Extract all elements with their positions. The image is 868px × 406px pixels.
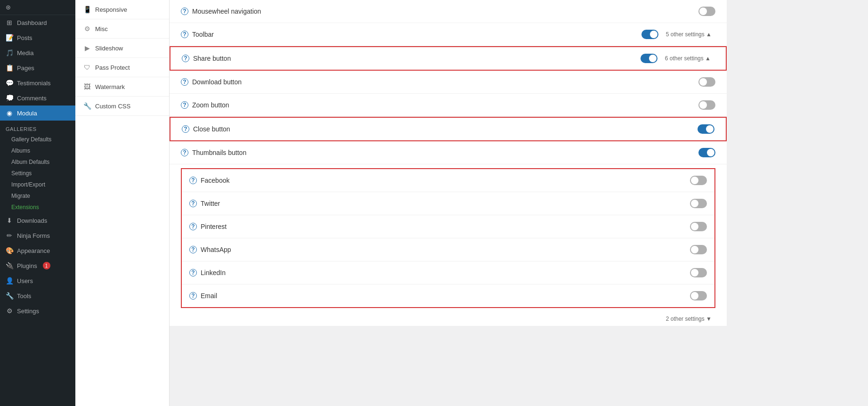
setting-row-mousewheel: ? Mousewheel navigation bbox=[170, 0, 727, 23]
sec-sidebar-item-responsive[interactable]: 📱 Responsive bbox=[75, 0, 169, 19]
sidebar-item-tools[interactable]: 🔧 Tools bbox=[0, 288, 75, 303]
setting-right-close bbox=[698, 124, 714, 134]
sidebar-item-label: Posts bbox=[17, 34, 32, 41]
sec-sidebar-label: Responsive bbox=[95, 6, 127, 13]
pages-icon: 📋 bbox=[6, 64, 13, 72]
setting-label-mousewheel: Mousewheel navigation bbox=[192, 8, 698, 15]
testimonials-icon: 💬 bbox=[6, 79, 13, 87]
sidebar-item-posts[interactable]: 📝 Posts bbox=[0, 30, 75, 45]
sidebar-bottom-nav: ⬇ Downloads ✏ Ninja Forms 🎨 Appearance 🔌… bbox=[0, 213, 75, 318]
settings-panel: ? Mousewheel navigation ? Toolbar 5 othe… bbox=[170, 0, 727, 326]
sidebar-item-testimonials[interactable]: 💬 Testimonials bbox=[0, 75, 75, 90]
setting-right-thumbnails bbox=[698, 148, 715, 157]
custom-css-icon: 🔧 bbox=[83, 102, 91, 110]
toggle-facebook[interactable] bbox=[690, 176, 707, 185]
toggle-whatsapp[interactable] bbox=[690, 245, 707, 254]
users-icon: 👤 bbox=[6, 277, 13, 284]
appearance-icon: 🎨 bbox=[6, 247, 13, 254]
sidebar-item-dashboard[interactable]: ⊞ Dashboard bbox=[0, 15, 75, 30]
other-settings-share-sub[interactable]: 2 other settings ▼ bbox=[666, 316, 712, 322]
sidebar-item-comments[interactable]: 💭 Comments bbox=[0, 90, 75, 106]
sec-sidebar-item-misc[interactable]: ⚙ Misc bbox=[75, 19, 169, 39]
sidebar-item-label: Testimonials bbox=[17, 80, 51, 87]
setting-row-pinterest: ? Pinterest bbox=[182, 215, 714, 238]
sidebar-item-album-defaults[interactable]: Album Defaults bbox=[0, 156, 75, 168]
sidebar-item-gallery-defaults[interactable]: Gallery Defaults bbox=[0, 134, 75, 145]
sidebar-item-label: Appearance bbox=[17, 247, 50, 254]
help-icon-zoom[interactable]: ? bbox=[181, 101, 188, 109]
toggle-pinterest[interactable] bbox=[690, 222, 707, 231]
sidebar-item-label: Tools bbox=[17, 292, 31, 300]
help-icon-facebook[interactable]: ? bbox=[189, 177, 197, 184]
sidebar-item-media[interactable]: 🎵 Media bbox=[0, 45, 75, 60]
sidebar-item-plugins[interactable]: 🔌 Plugins 1 bbox=[0, 258, 75, 273]
sec-sidebar-item-watermark[interactable]: 🖼 Watermark bbox=[75, 77, 169, 97]
help-icon-toolbar[interactable]: ? bbox=[181, 31, 188, 38]
sidebar-item-modula[interactable]: ◉ Modula bbox=[0, 106, 75, 121]
toggle-thumbnails-button[interactable] bbox=[698, 148, 715, 157]
main-content: 📱 Responsive ⚙ Misc ▶ Slideshow 🛡 Pass P… bbox=[75, 0, 868, 406]
downloads-icon: ⬇ bbox=[6, 217, 13, 224]
sidebar-item-migrate[interactable]: Migrate bbox=[0, 190, 75, 202]
toggle-share-button[interactable] bbox=[641, 54, 657, 63]
sidebar-item-downloads[interactable]: ⬇ Downloads bbox=[0, 213, 75, 228]
secondary-sidebar: 📱 Responsive ⚙ Misc ▶ Slideshow 🛡 Pass P… bbox=[75, 0, 170, 406]
other-settings-toolbar[interactable]: 5 other settings ▲ bbox=[666, 31, 712, 38]
help-icon-close[interactable]: ? bbox=[182, 125, 189, 133]
sidebar-item-albums[interactable]: Albums bbox=[0, 145, 75, 156]
toggle-linkedin[interactable] bbox=[690, 268, 707, 277]
setting-row-linkedin: ? LinkedIn bbox=[182, 261, 714, 284]
sidebar-item-label: Settings bbox=[17, 308, 39, 315]
help-icon-email[interactable]: ? bbox=[189, 292, 197, 300]
other-settings-share[interactable]: 6 other settings ▲ bbox=[665, 55, 711, 62]
sidebar-item-label: Modula bbox=[17, 110, 37, 117]
sidebar-item-users[interactable]: 👤 Users bbox=[0, 273, 75, 288]
sidebar-item-pages[interactable]: 📋 Pages bbox=[0, 60, 75, 75]
setting-row-facebook: ? Facebook bbox=[182, 169, 714, 192]
help-icon-linkedin[interactable]: ? bbox=[189, 269, 197, 276]
sidebar-item-settings-bottom[interactable]: ⚙ Settings bbox=[0, 303, 75, 318]
help-icon-share[interactable]: ? bbox=[182, 55, 189, 62]
help-icon-pinterest[interactable]: ? bbox=[189, 223, 197, 230]
comments-icon: 💭 bbox=[6, 94, 13, 102]
help-icon-mousewheel[interactable]: ? bbox=[181, 8, 188, 15]
sidebar-item-label: Comments bbox=[17, 95, 47, 102]
setting-label-thumbnails: Thumbnails button bbox=[192, 149, 698, 156]
share-sub-section: ? Facebook ? Twitter ? Pinterest bbox=[181, 168, 715, 308]
sidebar-item-settings[interactable]: Settings bbox=[0, 168, 75, 179]
modula-icon: ◉ bbox=[6, 109, 13, 117]
toggle-close-button[interactable] bbox=[698, 124, 714, 134]
sidebar-item-label: Downloads bbox=[17, 217, 47, 224]
toggle-download-button[interactable] bbox=[698, 77, 715, 87]
setting-label-twitter: Twitter bbox=[201, 200, 690, 207]
setting-right-download bbox=[698, 77, 715, 87]
sidebar-item-ninja-forms[interactable]: ✏ Ninja Forms bbox=[0, 228, 75, 243]
sidebar-item-label: Ninja Forms bbox=[17, 232, 50, 239]
toggle-mousewheel[interactable] bbox=[698, 7, 715, 16]
settings-icon: ⚙ bbox=[6, 307, 13, 315]
help-icon-twitter[interactable]: ? bbox=[189, 200, 197, 207]
help-icon-whatsapp[interactable]: ? bbox=[189, 246, 197, 253]
toggle-toolbar[interactable] bbox=[641, 30, 658, 39]
setting-row-close-button: ? Close button bbox=[170, 117, 727, 141]
toggle-twitter[interactable] bbox=[690, 199, 707, 208]
toggle-zoom-button[interactable] bbox=[698, 100, 715, 110]
sec-sidebar-item-pass-protect[interactable]: 🛡 Pass Protect bbox=[75, 58, 169, 77]
toggle-email[interactable] bbox=[690, 291, 707, 300]
sidebar-item-import-export[interactable]: Import/Export bbox=[0, 179, 75, 190]
setting-row-thumbnails: ? Thumbnails button bbox=[170, 141, 727, 164]
sec-sidebar-item-custom-css[interactable]: 🔧 Custom CSS bbox=[75, 97, 169, 116]
bottom-other-settings-row: 2 other settings ▼ bbox=[170, 312, 727, 326]
sidebar-item-label: Pages bbox=[17, 65, 34, 72]
help-icon-thumbnails[interactable]: ? bbox=[181, 149, 188, 156]
sec-sidebar-label: Watermark bbox=[95, 83, 125, 90]
setting-label-download: Download button bbox=[192, 78, 698, 86]
help-icon-download[interactable]: ? bbox=[181, 78, 188, 86]
sidebar-item-appearance[interactable]: 🎨 Appearance bbox=[0, 243, 75, 258]
sidebar-item-extensions[interactable]: Extensions bbox=[0, 202, 75, 213]
setting-label-pinterest: Pinterest bbox=[201, 223, 690, 230]
setting-right-mousewheel bbox=[698, 7, 715, 16]
media-icon: 🎵 bbox=[6, 49, 13, 57]
sec-sidebar-item-slideshow[interactable]: ▶ Slideshow bbox=[75, 39, 169, 58]
setting-row-whatsapp: ? WhatsApp bbox=[182, 238, 714, 261]
